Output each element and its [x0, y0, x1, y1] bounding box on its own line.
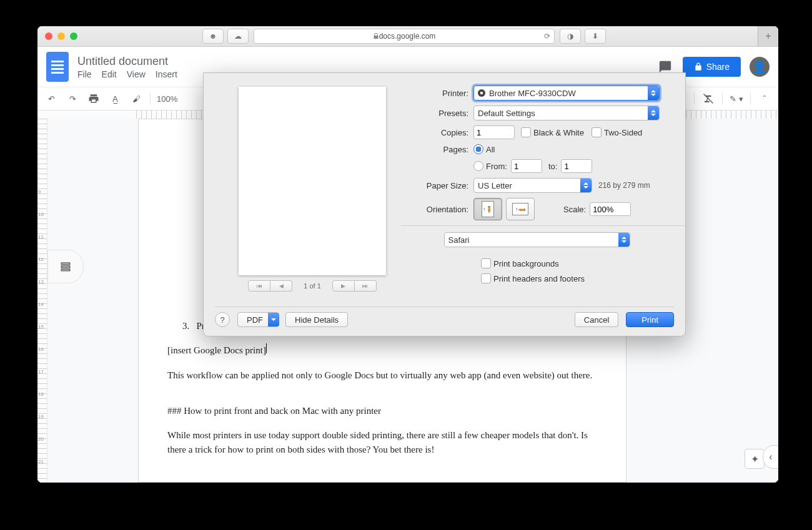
pages-all-label: All	[486, 145, 495, 154]
pages-all-radio[interactable]	[473, 144, 483, 154]
chevron-updown-icon	[580, 179, 592, 192]
paragraph: This workflow can be applied not only to…	[167, 368, 597, 383]
reload-icon[interactable]: ⟳	[544, 32, 550, 41]
document-title[interactable]: Untitled document	[77, 55, 177, 68]
titlebar: ☻ ☁ docs.google.com ⟳ ◑ ⬇ +	[37, 26, 778, 47]
spellcheck-icon[interactable]: A̲	[107, 91, 122, 106]
divider	[215, 307, 674, 307]
from-label: From:	[486, 162, 507, 171]
window-close-icon[interactable]	[45, 32, 52, 40]
prev-page-button[interactable]: ◀	[270, 280, 292, 292]
hide-details-button[interactable]: Hide Details	[285, 312, 348, 327]
pager-label: 1 of 1	[304, 282, 321, 290]
print-button[interactable]: Print	[626, 312, 674, 327]
print-headers-label: Print headers and footers	[493, 274, 585, 283]
docs-menubar: File Edit View Insert	[77, 69, 177, 79]
print-icon[interactable]	[86, 91, 101, 106]
paragraph: While most printers in use today support…	[167, 428, 597, 458]
svg-rect-0	[61, 263, 69, 265]
printer-status-icon	[478, 89, 485, 97]
clear-formatting-icon[interactable]	[701, 91, 716, 106]
print-backgrounds-label: Print backgrounds	[493, 259, 559, 268]
copies-input[interactable]	[473, 125, 515, 139]
to-label: to:	[548, 162, 557, 171]
print-dialog: ⏮ ◀ 1 of 1 ▶ ⏭ Printer: Brother MFC-9330…	[203, 72, 686, 336]
share-button[interactable]: Share	[683, 57, 741, 77]
paper-size-select[interactable]: US Letter	[473, 178, 592, 193]
svg-rect-2	[61, 269, 69, 271]
url-bar[interactable]: docs.google.com ⟳	[254, 29, 555, 44]
menu-insert[interactable]: Insert	[156, 69, 177, 79]
scale-input[interactable]	[590, 202, 631, 216]
preview-pager: ⏮ ◀ 1 of 1 ▶ ⏭	[239, 280, 386, 292]
orientation-label: Orientation:	[401, 205, 473, 214]
toolbar-privacy-button[interactable]: ☻	[202, 29, 224, 44]
docs-logo-icon[interactable]	[46, 52, 69, 82]
paint-format-icon[interactable]: 🖌	[129, 91, 144, 106]
pages-label: Pages:	[401, 145, 473, 154]
printer-label: Printer:	[401, 89, 473, 98]
editing-mode-icon[interactable]: ✎ ▾	[729, 91, 744, 106]
cancel-button[interactable]: Cancel	[575, 312, 618, 327]
vertical-ruler: 91011121314151617181920212223	[37, 119, 47, 483]
menu-file[interactable]: File	[77, 69, 92, 79]
pdf-dropdown-button[interactable]: PDF	[237, 312, 279, 327]
toolbar-extension-button[interactable]: ◑	[560, 29, 581, 44]
chevron-updown-icon	[618, 233, 630, 247]
scale-label: Scale:	[563, 205, 586, 214]
url-text: docs.google.com	[379, 32, 436, 41]
paragraph: [insert Google Docs print]	[167, 345, 266, 355]
to-input[interactable]	[561, 159, 592, 173]
black-white-label: Black & White	[533, 128, 584, 137]
lock-icon	[373, 33, 379, 39]
chevron-updown-icon	[648, 106, 659, 120]
account-avatar[interactable]: 👤	[750, 57, 770, 77]
two-sided-label: Two-Sided	[604, 128, 642, 137]
chevron-updown-icon	[648, 86, 659, 100]
presets-select[interactable]: Default Settings	[473, 106, 660, 120]
last-page-button[interactable]: ⏭	[355, 280, 377, 292]
divider	[401, 225, 685, 226]
print-backgrounds-checkbox[interactable]	[481, 258, 491, 268]
redo-icon[interactable]: ↷	[65, 91, 80, 106]
print-headers-checkbox[interactable]	[481, 273, 491, 283]
paper-size-label: Paper Size:	[401, 181, 473, 190]
browser-window: ☻ ☁ docs.google.com ⟳ ◑ ⬇ + Untitled doc…	[37, 26, 778, 483]
paper-dimensions: 216 by 279 mm	[598, 181, 650, 190]
window-minimize-icon[interactable]	[57, 32, 65, 40]
heading: ### How to print front and back on Mac w…	[167, 404, 597, 418]
orientation-portrait-button[interactable]: ↑🧍	[473, 198, 502, 220]
pages-range-radio[interactable]	[473, 161, 483, 171]
help-button[interactable]: ?	[215, 312, 230, 327]
collapse-toolbar-icon[interactable]: ˆ	[757, 91, 772, 106]
two-sided-checkbox[interactable]	[592, 127, 602, 137]
zoom-level[interactable]: 100%	[157, 94, 177, 104]
first-page-button[interactable]: ⏮	[248, 280, 270, 292]
new-tab-button[interactable]: +	[758, 26, 778, 46]
print-preview	[239, 87, 386, 275]
orientation-landscape-button[interactable]: ↑🧍	[506, 198, 535, 220]
menu-view[interactable]: View	[127, 69, 146, 79]
side-panel-toggle[interactable]: ‹	[763, 445, 778, 469]
copies-label: Copies:	[401, 128, 473, 137]
window-zoom-icon[interactable]	[70, 32, 77, 40]
presets-label: Presets:	[401, 109, 473, 118]
toolbar-cloud-button[interactable]: ☁	[227, 29, 249, 44]
undo-icon[interactable]: ↶	[44, 91, 59, 106]
black-white-checkbox[interactable]	[521, 127, 531, 137]
printer-select[interactable]: Brother MFC-9330CDW	[473, 86, 660, 101]
from-input[interactable]	[511, 159, 542, 173]
menu-edit[interactable]: Edit	[102, 69, 117, 79]
explore-button[interactable]: ✦	[745, 449, 765, 469]
chevron-down-icon	[268, 313, 279, 326]
svg-rect-1	[61, 266, 69, 268]
outline-toggle-button[interactable]	[47, 250, 84, 283]
lock-icon	[694, 62, 703, 71]
toolbar-downloads-button[interactable]: ⬇	[585, 29, 606, 44]
share-label: Share	[706, 62, 730, 72]
next-page-button[interactable]: ▶	[332, 280, 355, 292]
app-section-select[interactable]: Safari	[444, 232, 630, 247]
